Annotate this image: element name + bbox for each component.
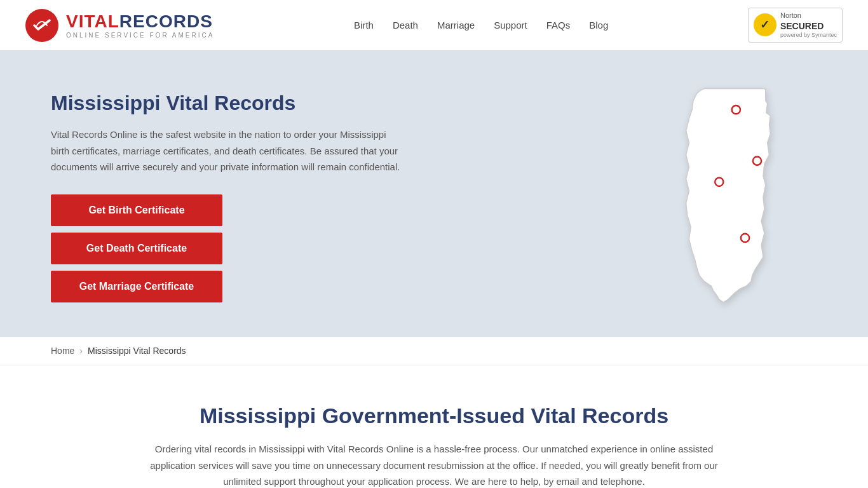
norton-powered-label: powered by Symantec [780,32,837,39]
header: VITALRECORDS ONLINE SERVICE FOR AMERICA … [0,0,868,51]
main-nav: Birth Death Marriage Support FAQs Blog [354,20,608,30]
norton-check-icon: ✓ [754,13,776,36]
breadcrumb-home[interactable]: Home [51,346,74,356]
breadcrumb-current: Mississippi Vital Records [88,346,186,356]
nav-blog[interactable]: Blog [589,20,608,30]
button-group: Get Birth Certificate Get Death Certific… [51,194,222,302]
get-birth-certificate-button[interactable]: Get Birth Certificate [51,194,222,226]
nav-birth[interactable]: Birth [354,20,374,30]
hero-content: Mississippi Vital Records Vital Records … [51,92,407,302]
main-content-title: Mississippi Government-Issued Vital Reco… [76,403,792,428]
logo-vital: VITAL [66,11,119,31]
nav-faqs[interactable]: FAQs [546,20,571,30]
norton-text: Norton SECURED powered by Symantec [780,11,837,39]
hero-section: Mississippi Vital Records Vital Records … [0,51,868,337]
breadcrumb: Home › Mississippi Vital Records [0,337,868,365]
hero-description: Vital Records Online is the safest websi… [51,126,407,175]
logo-area: VITALRECORDS ONLINE SERVICE FOR AMERICA [25,9,214,42]
nav-marriage[interactable]: Marriage [437,20,475,30]
main-content-section: Mississippi Government-Issued Vital Reco… [0,365,868,488]
get-death-certificate-button[interactable]: Get Death Certificate [51,233,222,264]
norton-badge: ✓ Norton SECURED powered by Symantec [748,8,843,42]
logo-tagline: ONLINE SERVICE FOR AMERICA [66,32,214,39]
get-marriage-certificate-button[interactable]: Get Marriage Certificate [51,271,222,302]
logo-records-text: RECORDS [119,11,213,31]
main-content-description: Ordering vital records in Mississippi wi… [148,441,720,488]
norton-secured-label: SECURED [780,20,837,32]
logo-text: VITALRECORDS ONLINE SERVICE FOR AMERICA [66,11,214,39]
logo-name: VITALRECORDS [66,11,214,32]
mississippi-map [639,83,817,311]
logo-icon [25,9,58,42]
nav-death[interactable]: Death [393,20,418,30]
hero-title: Mississippi Vital Records [51,92,407,115]
breadcrumb-separator: › [79,346,83,356]
nav-support[interactable]: Support [494,20,527,30]
